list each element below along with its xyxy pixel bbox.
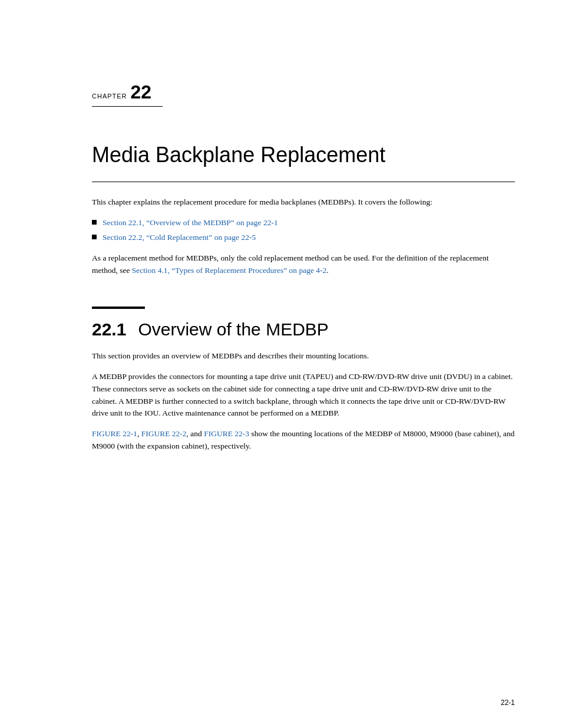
section-para-1: This section provides an overview of MED… — [92, 350, 515, 363]
figure-22-1-link[interactable]: FIGURE 22-1 — [92, 429, 137, 438]
bullet-list: Section 22.1, “Overview of the MEDBP” on… — [92, 217, 515, 244]
page-footer: 22-1 — [501, 699, 515, 707]
figure-22-2-link[interactable]: FIGURE 22-2 — [141, 429, 187, 438]
section-para-2: A MEDBP provides the connectors for moun… — [92, 371, 515, 420]
chapter-number: 22 — [131, 83, 152, 101]
section-divider — [92, 307, 145, 309]
page-number: 22-1 — [501, 699, 515, 707]
section-para-3: FIGURE 22-1, FIGURE 22-2, and FIGURE 22-… — [92, 428, 515, 453]
section-number: 22.1 — [92, 319, 126, 340]
page-title: Media Backplane Replacement — [92, 142, 515, 167]
intro-p2-after: . — [326, 266, 328, 275]
bullet-icon — [92, 220, 97, 225]
intro-paragraph-1: This chapter explains the replacement pr… — [92, 196, 515, 209]
para3-comma1: , — [137, 429, 141, 438]
intro-paragraph-2: As a replacement method for MEDBPs, only… — [92, 252, 515, 277]
section-22-1-header: 22.1 Overview of the MEDBP — [92, 319, 515, 340]
section-number-title: 22.1 Overview of the MEDBP — [92, 319, 515, 340]
page: Chapter 22 Media Backplane Replacement T… — [0, 0, 562, 728]
list-item: Section 22.2, “Cold Replacement” on page… — [92, 232, 515, 244]
section-title: Overview of the MEDBP — [138, 319, 328, 340]
chapter-text: Chapter — [92, 93, 127, 100]
section-4-1-link[interactable]: Section 4.1, “Types of Replacement Proce… — [132, 266, 326, 275]
para3-and: , and — [187, 429, 204, 438]
bullet-icon — [92, 235, 97, 239]
list-item: Section 22.1, “Overview of the MEDBP” on… — [92, 217, 515, 229]
section-link-2[interactable]: Section 22.2, “Cold Replacement” on page… — [103, 232, 256, 244]
figure-22-3-link[interactable]: FIGURE 22-3 — [204, 429, 249, 438]
section-link-1[interactable]: Section 22.1, “Overview of the MEDBP” on… — [103, 217, 278, 229]
section-22-1-body: This section provides an overview of MED… — [92, 350, 515, 453]
title-rule — [92, 182, 515, 182]
chapter-label: Chapter 22 — [92, 83, 515, 101]
content-area: Chapter 22 Media Backplane Replacement T… — [92, 0, 515, 453]
chapter-rule — [92, 106, 163, 107]
